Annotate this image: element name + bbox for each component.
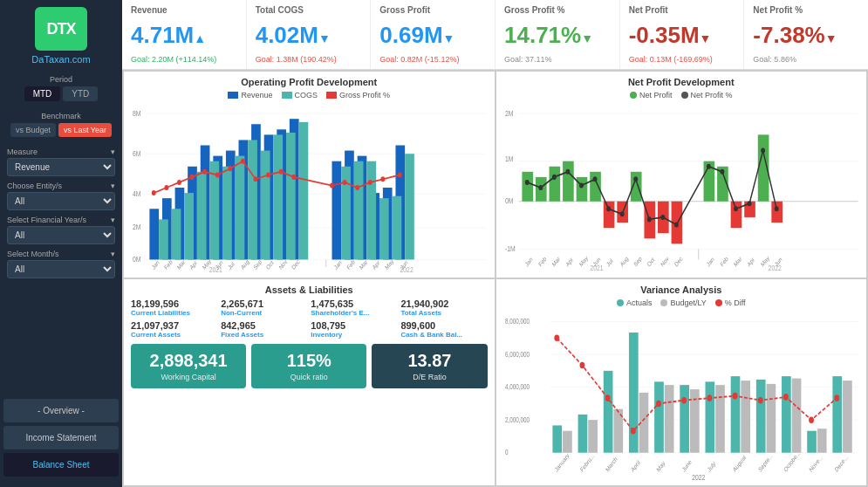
kpi-gpp-value: 14.71%▼ xyxy=(504,23,611,48)
period-label: Period xyxy=(7,75,115,84)
asset-cash-label: Cash & Bank Bal... xyxy=(400,331,487,339)
legend-pct-diff: % Diff xyxy=(715,298,746,307)
btn-vs-budget[interactable]: vs Budget xyxy=(10,123,56,137)
svg-text:Jun: Jun xyxy=(773,256,783,268)
svg-text:0: 0 xyxy=(504,448,508,456)
nav-income-statement[interactable]: Income Statement xyxy=(3,426,119,449)
kpi-npp-value: -7.38%▼ xyxy=(753,23,859,48)
svg-point-119 xyxy=(592,176,597,182)
svg-rect-175 xyxy=(741,381,750,453)
svg-point-189 xyxy=(681,397,687,404)
btn-ytd[interactable]: YTD xyxy=(63,86,98,101)
kpi-revenue-goal: Goal: 2.20M (+114.14%) xyxy=(131,55,237,64)
svg-text:Sep: Sep xyxy=(252,257,263,271)
asset-total-assets: 21,940,902 Total Assets xyxy=(400,298,487,317)
qr-label: Quick ratio xyxy=(258,373,359,381)
svg-point-192 xyxy=(757,397,762,404)
site-name: DaTaxan.com xyxy=(31,54,90,65)
nav-balance-sheet[interactable]: Balance Sheet xyxy=(3,453,119,477)
legend-net-profit-pct-color xyxy=(681,92,688,99)
svg-text:July: July xyxy=(706,460,717,474)
svg-point-65 xyxy=(380,176,385,182)
svg-rect-180 xyxy=(807,431,817,453)
svg-text:Apr: Apr xyxy=(371,258,381,271)
svg-rect-42 xyxy=(299,122,309,260)
asset-nc-label: Non-Current xyxy=(221,309,307,317)
btn-vs-last-year[interactable]: vs Last Year xyxy=(58,123,112,137)
kpi-np-goal: Goal: 0.13M (-169.69%) xyxy=(629,55,735,64)
svg-point-114 xyxy=(524,180,529,185)
kpi-gpp-goal: Goal: 37.11% xyxy=(504,55,611,64)
svg-rect-96 xyxy=(522,172,533,202)
svg-rect-46 xyxy=(379,198,389,259)
chart1-title: Operating Profit Development xyxy=(131,77,488,87)
legend-net-profit: Net Profit xyxy=(630,91,673,99)
svg-point-193 xyxy=(783,394,788,401)
svg-rect-48 xyxy=(405,154,414,259)
svg-text:Jan: Jan xyxy=(151,258,161,271)
svg-point-121 xyxy=(619,211,624,216)
sidebar: DTX DaTaxan.com Period MTD YTD Benchmark… xyxy=(0,0,122,487)
chart2-svg: 2M 1M 0M -1M 2021 2022 xyxy=(503,103,860,272)
chart1-svg: 8M 6M 4M 2M 0M 2021 2022 xyxy=(131,103,488,272)
btn-mtd[interactable]: MTD xyxy=(24,86,61,101)
month-select[interactable]: All xyxy=(7,260,115,278)
svg-point-61 xyxy=(330,183,334,189)
kpi-npp-goal: Goal: 5.86% xyxy=(753,55,859,64)
svg-rect-169 xyxy=(664,385,673,453)
svg-rect-98 xyxy=(549,167,560,202)
asset-ta-value: 21,940,902 xyxy=(400,298,487,309)
chart4-svg: 8,000,000 6,000,000 4,000,000 2,000,000 … xyxy=(503,311,860,480)
svg-rect-161 xyxy=(563,431,572,453)
kpi-revenue: Revenue 4.71M▲ Goal: 2.20M (+114.14%) xyxy=(122,0,247,69)
svg-point-63 xyxy=(355,185,359,190)
svg-text:8M: 8M xyxy=(133,109,140,118)
logo-text: DTX xyxy=(47,20,76,38)
entity-select[interactable]: All xyxy=(7,192,115,210)
legend-revenue: Revenue xyxy=(228,91,272,99)
asset-inv-value: 108,795 xyxy=(311,320,397,331)
svg-rect-164 xyxy=(603,371,612,453)
chart1-legend: Revenue COGS Gross Profit % xyxy=(131,91,488,99)
chart3-title: Assets & Liabilities xyxy=(131,285,488,295)
svg-text:Apr: Apr xyxy=(188,258,199,271)
svg-text:Septe...: Septe... xyxy=(757,452,774,474)
de-value: 13.87 xyxy=(379,351,480,371)
svg-rect-37 xyxy=(236,156,245,260)
sidebar-nav: - Overview - Income Statement Balance Sh… xyxy=(0,395,122,480)
asset-fixed-assets: 842,965 Fixed Assets xyxy=(221,320,307,339)
svg-rect-34 xyxy=(197,172,207,260)
svg-point-185 xyxy=(579,362,584,369)
measure-label: Measure ▾ xyxy=(7,147,115,156)
svg-rect-174 xyxy=(730,376,740,453)
svg-rect-33 xyxy=(184,193,194,259)
svg-point-56 xyxy=(241,159,245,164)
svg-point-187 xyxy=(630,428,635,435)
svg-text:Feb: Feb xyxy=(719,255,729,268)
svg-rect-110 xyxy=(730,202,742,228)
svg-text:Mar: Mar xyxy=(550,255,561,268)
svg-text:August: August xyxy=(731,454,747,474)
svg-point-64 xyxy=(368,180,372,185)
svg-point-188 xyxy=(656,401,661,408)
svg-point-50 xyxy=(164,185,168,190)
svg-point-55 xyxy=(228,166,232,171)
asset-ta-label: Total Assets xyxy=(400,309,487,317)
svg-rect-39 xyxy=(261,151,270,260)
svg-rect-100 xyxy=(576,177,587,202)
legend-gross-profit-pct: Gross Profit % xyxy=(326,91,390,99)
measure-select[interactable]: Revenue xyxy=(7,158,115,176)
svg-text:4M: 4M xyxy=(133,189,140,198)
financial-year-label: Select Financial Year/s ▾ xyxy=(7,216,115,224)
nav-overview[interactable]: - Overview - xyxy=(3,399,119,422)
asset-shareholder: 1,475,635 Shareholder's E... xyxy=(311,298,397,317)
kpi-revenue-value: 4.71M▲ xyxy=(131,23,237,48)
svg-text:January: January xyxy=(553,451,571,474)
asset-fa-label: Fixed Assets xyxy=(221,331,307,339)
kpi-npp-title: Net Profit % xyxy=(753,5,859,15)
chart-operating-profit: Operating Profit Development Revenue COG… xyxy=(124,72,495,278)
legend-cogs-color xyxy=(282,92,292,99)
entity-filter: Choose Entity/s ▾ All xyxy=(0,182,122,210)
financial-year-select[interactable]: All xyxy=(7,226,115,244)
charts-area: Operating Profit Development Revenue COG… xyxy=(122,70,868,487)
